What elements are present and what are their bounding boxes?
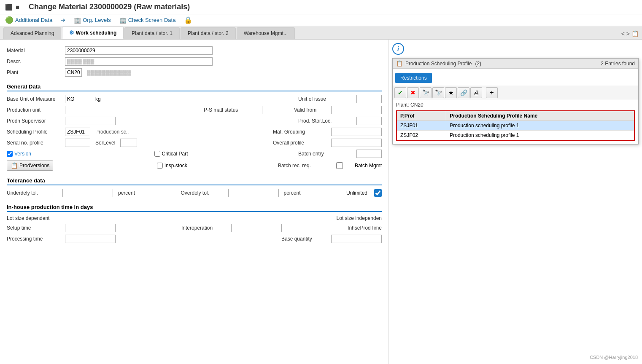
col-name: Production Scheduling Profile Name [446, 111, 634, 121]
processing-time-label: Processing time [7, 236, 62, 242]
toolbar-search2-btn[interactable]: 🔭 [432, 87, 444, 98]
version-row: Version Critical Part Batch entry [7, 150, 382, 158]
toolbar-plus-btn[interactable]: + [486, 87, 498, 98]
scheduling-profile-input[interactable] [65, 128, 90, 136]
table-row[interactable]: ZSJF02 Production scheduling profile 1 [397, 131, 634, 141]
additional-data-icon: 🟢 [5, 16, 13, 24]
info-icon[interactable]: i [392, 43, 404, 55]
tab-next-icon[interactable]: > [626, 30, 630, 37]
percent-label-1: percent [118, 190, 135, 196]
setup-time-label: Setup time [7, 225, 62, 231]
insp-stock-checkbox[interactable] [157, 163, 163, 169]
valid-from-input[interactable] [331, 106, 382, 114]
toolbar-close-btn[interactable]: ✖ [407, 87, 419, 98]
version-checkbox-item: Version [7, 151, 31, 157]
title-icons: ⬛ ◾ [5, 4, 21, 11]
setup-time-input[interactable] [65, 224, 116, 232]
serial-no-profile-label: Serial no. profile [7, 140, 62, 146]
serial-no-profile-row: Serial no. profile SerLevel Overall prof… [7, 139, 382, 147]
ps-matl-status-input[interactable] [262, 106, 287, 114]
popup-header: 📋 Production Scheduling Profile (2) 2 En… [393, 59, 638, 69]
title-bar: ⬛ ◾ Change Material 2300000029 (Raw mate… [0, 0, 642, 14]
prod-versions-button[interactable]: 📋 ProdVersions [7, 161, 53, 171]
serlevel-label: SerLevel [95, 140, 115, 146]
serlevel-input[interactable] [120, 139, 137, 147]
scheduling-profile-label: Scheduling Profile [7, 129, 62, 135]
scheduling-profile-row: Scheduling Profile Production sc.. Mat. … [7, 128, 382, 136]
overdely-tol-input[interactable] [228, 189, 279, 197]
toolbar-additional-data[interactable]: 🟢 Additional Data [5, 16, 52, 24]
org-levels-label: Org. Levels [83, 17, 111, 23]
underdely-tol-label: Underdely tol. [7, 190, 57, 196]
toolbar-link-btn[interactable]: 🔗 [458, 87, 469, 98]
general-data-header: General Data [7, 83, 382, 91]
col-pprof: P.Prof [397, 111, 446, 121]
unlimited-label: Unlimited [346, 190, 367, 196]
critical-part-checkbox[interactable] [154, 151, 160, 157]
interoperation-input[interactable] [231, 224, 282, 232]
overall-profile-input[interactable] [331, 139, 382, 147]
tab-plant-data-1-label: Plant data / stor. 1 [132, 30, 173, 36]
base-uom-input[interactable] [65, 95, 90, 103]
tab-warehouse-mgmt[interactable]: Warehouse Mgmt... [237, 27, 295, 39]
setup-time-row: Setup time Interoperation InhseProdTime [7, 224, 382, 232]
serial-no-profile-input[interactable] [65, 139, 90, 147]
prod-versions-label: ProdVersions [19, 163, 49, 169]
unlimited-checkbox[interactable] [374, 189, 382, 197]
batch-rec-req-checkbox[interactable] [336, 162, 343, 169]
toolbar-star-btn[interactable]: ★ [445, 87, 457, 98]
material-input[interactable] [65, 46, 213, 55]
work-scheduling-icon: ⚙ [69, 29, 74, 36]
popup-entries-found: 2 Entries found [601, 61, 635, 67]
row1-pprof: ZSJF01 [397, 121, 446, 131]
toolbar-lock[interactable]: 🔒 [184, 16, 192, 24]
prodn-supervisor-input[interactable] [65, 117, 116, 125]
plant-label: Plant [7, 70, 62, 75]
tab-plant-data-1[interactable]: Plant data / stor. 1 [124, 27, 180, 39]
ps-matl-status-label: P-S matl status [204, 107, 259, 113]
material-label: Material [7, 48, 62, 54]
tab-plant-data-2-label: Plant data / stor. 2 [188, 30, 229, 36]
batch-rec-req-label: Batch rec. req. [278, 163, 333, 169]
info-icon-text: i [397, 46, 399, 52]
production-unit-input[interactable] [65, 106, 90, 114]
toolbar-search1-btn[interactable]: 🔭 [420, 87, 432, 98]
tab-advanced-planning-label: Advanced Planning [11, 30, 54, 36]
processing-time-row: Processing time Base quantity [7, 235, 382, 243]
toolbar-org-levels[interactable]: 🏢 Org. Levels [74, 17, 111, 24]
toolbar-separator [484, 88, 484, 98]
data-table: P.Prof Production Scheduling Profile Nam… [396, 110, 635, 141]
tab-advanced-planning[interactable]: Advanced Planning [3, 27, 61, 39]
descr-label: Descr. [7, 59, 62, 64]
processing-time-input[interactable] [65, 235, 116, 243]
right-panel: i 📋 Production Scheduling Profile (2) 2 … [389, 40, 642, 364]
tab-prev-icon[interactable]: < [621, 30, 625, 37]
mat-grouping-input[interactable] [331, 128, 382, 136]
tab-work-scheduling[interactable]: ⚙ Work scheduling [62, 27, 124, 39]
toolbar-check-screen[interactable]: 🏢 Check Screen Data [119, 17, 176, 24]
base-quantity-input[interactable] [331, 235, 382, 243]
version-checkbox[interactable] [7, 151, 13, 157]
title-icon-2: ◾ [14, 4, 21, 11]
batch-entry-input[interactable] [356, 150, 382, 158]
prod-stor-loc-input[interactable] [356, 117, 382, 125]
base-uom-row: Base Unit of Measure kg Unit of issue [7, 95, 382, 103]
tolerance-row: Underdely tol. percent Overdely tol. per… [7, 189, 382, 197]
tabs-navigation: < > 📋 [621, 30, 639, 39]
descr-input[interactable] [65, 57, 213, 66]
org-levels-icon: 🏢 [74, 17, 81, 24]
tab-list-icon[interactable]: 📋 [631, 30, 639, 37]
toolbar-check-btn[interactable]: ✔ [394, 87, 406, 98]
unit-of-issue-input[interactable] [356, 95, 382, 103]
insp-stock-checkbox-item: Insp.stock [157, 163, 187, 169]
popup-title: Production Scheduling Profile [405, 61, 472, 67]
binoculars-icon: 🔭 [422, 89, 429, 96]
tab-plant-data-2[interactable]: Plant data / stor. 2 [181, 27, 236, 39]
table-row[interactable]: ZSJF01 Production scheduling profile 1 [397, 121, 634, 131]
toolbar-print-btn[interactable]: 🖨 [470, 87, 482, 98]
prod-versions-icon: 📋 [11, 162, 18, 169]
underdely-tol-input[interactable] [62, 189, 113, 197]
scheduling-profile-name: Production sc.. [95, 129, 138, 135]
plant-input[interactable] [65, 68, 82, 77]
restrictions-tab[interactable]: Restrictions [395, 73, 432, 83]
